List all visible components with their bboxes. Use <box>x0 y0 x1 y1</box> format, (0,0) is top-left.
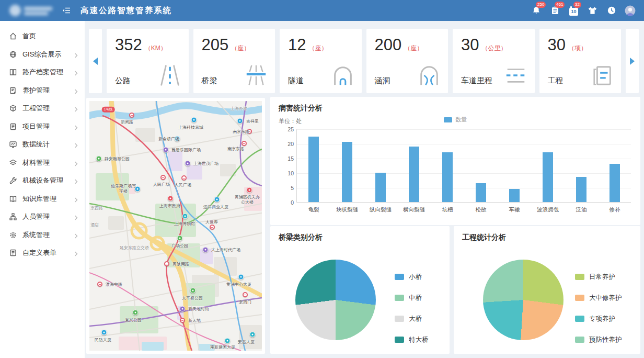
pie-legend-item[interactable]: 大桥 <box>395 315 429 322</box>
pie-legend-item[interactable]: 小桥 <box>395 273 429 281</box>
stat-card-6[interactable]: 30（项）工程 <box>539 29 622 93</box>
sidebar-item-11[interactable]: 人员管理 <box>0 208 85 226</box>
poi-marker[interactable] <box>163 147 169 153</box>
metro-station-marker[interactable] <box>180 318 185 323</box>
sidebar-item-13[interactable]: 自定义表单 <box>0 244 85 262</box>
poi-marker[interactable] <box>96 156 102 162</box>
poi-marker[interactable] <box>185 161 191 166</box>
poi-marker[interactable] <box>101 330 107 335</box>
sidebar-item-4[interactable]: 养护管理 <box>0 82 85 100</box>
cube-icon <box>9 104 17 113</box>
bridge-pie-chart <box>295 260 376 340</box>
bar-legend-item[interactable]: 数量 <box>444 116 467 124</box>
metro-station-marker[interactable] <box>160 175 166 180</box>
map-poi-label: 黄陂南路 <box>172 262 189 267</box>
metro-station-marker[interactable] <box>242 141 247 146</box>
poi-marker[interactable] <box>214 197 220 203</box>
clock-icon[interactable] <box>606 5 617 16</box>
poi-marker[interactable] <box>133 310 139 316</box>
carousel-prev-button[interactable] <box>89 29 102 93</box>
map-poi-label: 雅居乐国际广场 <box>171 148 201 153</box>
poi-marker[interactable] <box>225 338 231 344</box>
stat-card-1[interactable]: 352（KM）公路 <box>107 29 189 93</box>
calendar-icon[interactable]: 10 32 <box>568 5 579 16</box>
sidebar-item-5[interactable]: 工程管理 <box>0 99 85 118</box>
sidebar-item-label: 系统管理 <box>22 230 50 240</box>
map-poi-label: 复兴公园 <box>125 318 142 323</box>
metro-station-marker[interactable] <box>181 175 187 181</box>
chevron-right-icon <box>74 178 78 183</box>
map-poi-label: 黄浦中心大厦 <box>226 282 251 287</box>
doc-icon <box>590 63 614 87</box>
disease-stats-title: 病害统计分析 <box>279 104 323 113</box>
chevron-right-icon <box>74 196 78 202</box>
poi-marker[interactable] <box>168 196 174 202</box>
carousel-next-button[interactable] <box>626 29 639 93</box>
poi-marker[interactable] <box>203 247 209 253</box>
sidebar-item-12[interactable]: 系统管理 <box>0 226 85 244</box>
metro-station-marker[interactable] <box>129 113 134 118</box>
calendar-day: 10 <box>569 8 578 16</box>
notification-bell-icon[interactable]: 250 <box>531 5 542 16</box>
map-poi-label: 安基大厦 <box>238 340 255 345</box>
stat-unit: （项） <box>568 44 587 53</box>
pie-legend-item[interactable]: 中桥 <box>395 294 429 301</box>
sidebar-item-1[interactable]: 首页 <box>0 27 85 46</box>
poi-marker[interactable] <box>180 306 186 312</box>
poi-marker[interactable] <box>250 332 256 338</box>
chevron-right-icon <box>630 58 635 65</box>
pie-legend-item[interactable]: 预防性养护 <box>575 336 622 343</box>
stat-card-3[interactable]: 12（座）隧道 <box>280 29 362 93</box>
shirt-icon[interactable] <box>587 5 598 16</box>
stat-cards-track: 352（KM）公路205（座）桥梁12（座）隧道200（座）涵洞30（公里）车道… <box>107 29 621 93</box>
poi-marker[interactable] <box>191 117 197 123</box>
sidebar-item-10[interactable]: 知识库管理 <box>0 190 85 208</box>
user-avatar[interactable] <box>625 5 636 16</box>
disease-stats-panel: 病害统计分析 单位：处 数量 0510152025龟裂块状裂缝纵向裂缝横向裂缝坑… <box>270 97 640 225</box>
metro-station-marker[interactable] <box>164 261 169 266</box>
tasks-badge: 461 <box>555 2 565 8</box>
pie-legend-item[interactable]: 专项养护 <box>575 315 622 322</box>
legend-swatch <box>395 274 404 280</box>
stat-card-5[interactable]: 30（公里）车道里程 <box>453 29 535 93</box>
metro-station-marker[interactable] <box>243 292 248 297</box>
pie-legend-item[interactable]: 日常养护 <box>575 273 622 281</box>
metro-station-marker[interactable] <box>97 282 102 287</box>
sidebar-item-2[interactable]: GIS综合展示 <box>0 46 85 64</box>
app-title: 高速公路智慧管养系统 <box>80 5 172 16</box>
poi-marker[interactable] <box>247 187 252 193</box>
metro-station-marker[interactable] <box>210 225 215 230</box>
y-axis-tick: 0 <box>275 199 294 206</box>
poi-marker[interactable] <box>177 236 183 241</box>
poi-marker[interactable] <box>238 274 244 280</box>
sidebar-item-label: 材料管理 <box>22 158 50 167</box>
pie-legend-item[interactable]: 大中修养护 <box>575 294 622 301</box>
legend-swatch <box>575 274 584 280</box>
y-axis-tick: 10 <box>275 170 294 176</box>
sidebar-item-label: 数据统计 <box>22 140 50 149</box>
pie-legend-item[interactable]: 特大桥 <box>395 336 429 343</box>
stat-label: 车道里程 <box>461 76 492 87</box>
city-map[interactable]: 上海外滩1号线新闸路上海科技京城吉祥里南京东路南京东路新金桥广场雅居乐国际广场上… <box>89 101 262 351</box>
sidebar-item-8[interactable]: 材料管理 <box>0 154 85 172</box>
chevron-left-icon <box>93 58 98 65</box>
stat-card-4[interactable]: 200（座）涵洞 <box>366 29 448 93</box>
sidebar-item-9[interactable]: 机械设备管理 <box>0 172 85 190</box>
bar-纵向裂缝 <box>375 173 386 202</box>
chevron-right-icon <box>74 214 78 219</box>
chevron-right-icon <box>74 124 78 129</box>
sidebar-item-6[interactable]: 项目管理 <box>0 118 85 136</box>
stat-card-2[interactable]: 205（座）桥梁 <box>193 29 275 93</box>
tasks-clipboard-icon[interactable]: 461 <box>549 5 560 16</box>
stat-value: 30 <box>548 36 566 54</box>
sidebar-item-7[interactable]: 数据统计 <box>0 136 85 154</box>
poi-marker[interactable] <box>190 288 196 294</box>
poi-marker[interactable] <box>237 118 243 124</box>
wrench-icon <box>9 176 17 185</box>
map-poi-label: 大世界 <box>205 220 218 225</box>
menu-fold-icon[interactable] <box>62 6 71 15</box>
poi-marker[interactable] <box>182 214 188 219</box>
stat-unit: （座） <box>231 44 250 53</box>
map-poi-label: 南新建国大厦 <box>210 345 235 350</box>
sidebar-item-3[interactable]: 路产档案管理 <box>0 63 85 82</box>
